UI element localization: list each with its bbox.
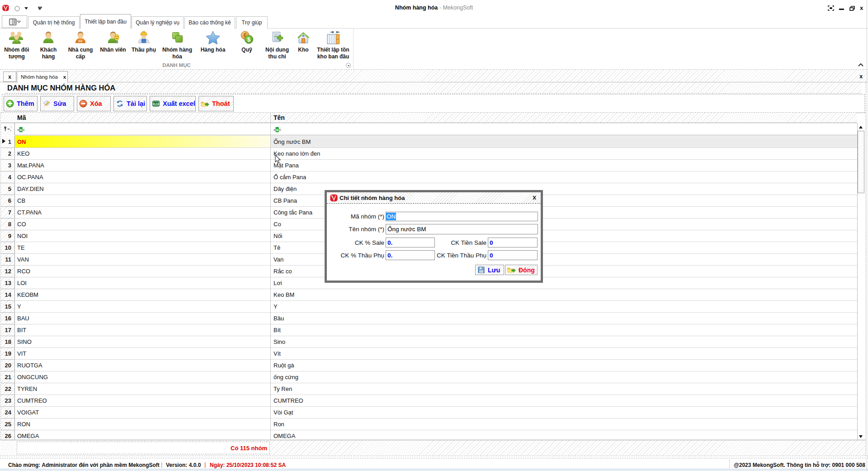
svg-text:B: B (19, 128, 22, 132)
svg-text:B: B (276, 128, 278, 132)
svg-text:XLSX: XLSX (153, 103, 159, 105)
svg-text:C: C (23, 128, 25, 131)
svg-text:$: $ (247, 36, 251, 43)
svg-text:A: A (274, 128, 276, 131)
svg-text:A: A (17, 128, 19, 131)
svg-text:C: C (279, 128, 281, 131)
svg-text:DX: DX (79, 39, 83, 43)
